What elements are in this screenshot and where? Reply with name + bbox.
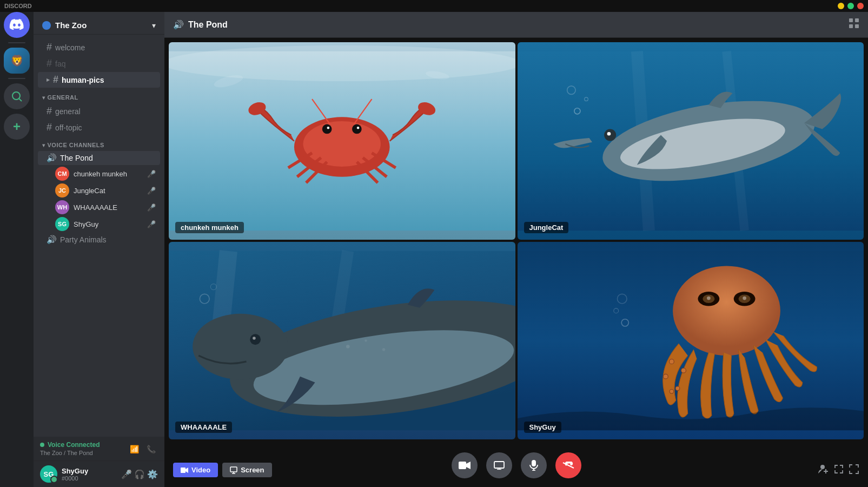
user-info: ShyGuy #0000 <box>62 467 117 482</box>
video-tile-chunkeh-munkeh: chunkeh munkeh <box>169 42 515 240</box>
voice-channel-party-animals[interactable]: 🔊 Party Animals <box>38 233 160 247</box>
video-button-label: Video <box>191 466 210 474</box>
main-header: 🔊 The Pond <box>164 12 868 38</box>
section-general[interactable]: ▾ GENERAL <box>34 92 164 103</box>
bottom-right-actions <box>818 464 859 477</box>
svg-rect-66 <box>494 462 504 468</box>
avatar-chunkeh-munkeh: CM <box>55 167 69 181</box>
screen-button-label: Screen <box>241 466 264 474</box>
settings-button[interactable]: ⚙️ <box>147 469 158 479</box>
sidebar-content: # welcome # faq ▸ # human-pics ▾ GENERAL… <box>34 35 164 437</box>
voice-channel-name-party: Party Animals <box>60 235 107 244</box>
section-label-general: GENERAL <box>48 94 78 101</box>
mute-icon-chunkeh-munkeh: 🎤 <box>147 170 156 178</box>
expand-view-button[interactable] <box>833 464 844 477</box>
participant-name-shyguy: ShyGuy <box>74 220 143 228</box>
svg-point-0 <box>12 92 20 100</box>
mic-toggle-button[interactable] <box>521 452 547 478</box>
hash-icon-human-pics-2: # <box>53 74 58 85</box>
svg-point-19 <box>352 124 362 134</box>
server-dot-icon <box>42 21 51 30</box>
channel-name-human-pics: human-pics <box>62 76 104 84</box>
channel-item-off-topic[interactable]: # off-topic <box>38 120 160 135</box>
headphone-button[interactable]: 🎧 <box>134 469 145 479</box>
minimize-button[interactable] <box>838 3 844 9</box>
svg-rect-65 <box>459 462 466 469</box>
maximize-button[interactable] <box>847 3 854 9</box>
mic-mute-button[interactable]: 🎤 <box>121 469 132 479</box>
avatar-whaaaaale: WH <box>55 200 69 214</box>
video-button[interactable]: Video <box>173 463 218 477</box>
add-server-icon[interactable]: + <box>4 114 30 140</box>
user-tag: #0000 <box>62 475 117 482</box>
main-content: 🔊 The Pond <box>164 0 868 487</box>
user-controls: 🎤 🎧 ⚙️ <box>121 469 158 479</box>
channel-name-off-topic: off-topic <box>55 123 82 132</box>
hash-icon-general: # <box>47 106 52 117</box>
close-button[interactable] <box>857 3 864 9</box>
section-voice[interactable]: ▾ VOICE CHANNELS <box>34 140 164 150</box>
user-name: ShyGuy <box>62 467 117 475</box>
mute-icon-junglecat: 🎤 <box>147 187 156 195</box>
svg-rect-62 <box>230 467 237 472</box>
svg-point-21 <box>357 127 359 129</box>
channel-name-general: general <box>55 107 81 116</box>
voice-connected-title: Voice Connected <box>40 441 100 449</box>
channel-item-general[interactable]: # general <box>38 103 160 119</box>
mute-icon-whaaaaale: 🎤 <box>147 203 156 212</box>
channel-item-human-pics[interactable]: ▸ # human-pics <box>38 72 160 88</box>
voice-icon-party: 🔊 <box>47 235 57 245</box>
server-separator <box>8 42 25 43</box>
participant-whaaaaale[interactable]: WH WHAAAAALE 🎤 <box>38 199 160 215</box>
svg-point-55 <box>670 390 674 394</box>
section-arrow-voice: ▾ <box>42 142 45 148</box>
participant-name-chunkeh-munkeh: chunkeh munkeh <box>74 170 143 178</box>
participant-chunkeh-munkeh[interactable]: CM chunkeh munkeh 🎤 <box>38 166 160 182</box>
svg-rect-5 <box>855 24 859 28</box>
participant-name-whaaaaale: WHAAAAALE <box>74 203 143 212</box>
svg-point-7 <box>169 45 515 81</box>
bottom-controls: Video Screen <box>164 444 868 487</box>
user-panel: SG ShyGuy #0000 🎤 🎧 ⚙️ <box>34 460 164 487</box>
svg-point-52 <box>743 297 746 300</box>
svg-rect-2 <box>849 18 853 22</box>
svg-point-53 <box>669 359 674 364</box>
channel-header-name: The Pond <box>188 20 228 30</box>
voice-actions: 📶 📞 <box>128 444 158 455</box>
server-header[interactable]: The Zoo ▾ <box>34 12 164 35</box>
camera-toggle-button[interactable] <box>452 452 478 478</box>
svg-rect-4 <box>849 24 853 28</box>
participant-junglecat[interactable]: JC JungleCat 🎤 <box>38 182 160 199</box>
svg-point-9 <box>303 121 381 167</box>
svg-point-54 <box>663 374 668 379</box>
phone-icon[interactable]: 📞 <box>144 444 158 455</box>
end-call-button[interactable] <box>555 452 581 478</box>
screen-share-center-button[interactable] <box>486 452 512 478</box>
channel-header-icon: 🔊 <box>173 19 184 30</box>
video-screen-buttons: Video Screen <box>173 463 272 477</box>
channel-item-faq[interactable]: # faq <box>38 56 160 71</box>
video-label-chunkeh-munkeh: chunkeh munkeh <box>175 222 244 233</box>
voice-icon-pond: 🔊 <box>47 153 57 163</box>
voice-channel-the-pond[interactable]: 🔊 The Pond <box>38 151 160 165</box>
user-avatar: SG <box>40 465 57 483</box>
channel-header: 🔊 The Pond <box>173 19 228 30</box>
server-dropdown-icon[interactable]: ▾ <box>152 21 156 30</box>
channel-item-welcome[interactable]: # welcome <box>38 40 160 55</box>
signal-icon[interactable]: 📶 <box>128 444 141 455</box>
screen-share-button[interactable]: Screen <box>222 463 271 477</box>
add-participant-button[interactable] <box>818 464 829 477</box>
discover-servers-icon[interactable] <box>4 83 30 109</box>
title-bar: DISCORD <box>0 0 868 12</box>
grid-layout-icon[interactable] <box>849 18 859 31</box>
server-icon-zoo[interactable]: 🦁 <box>4 48 30 74</box>
svg-line-1 <box>19 99 22 102</box>
participant-shyguy[interactable]: SG ShyGuy 🎤 <box>38 216 160 232</box>
sidebar: The Zoo ▾ # welcome # faq ▸ # human-pics… <box>34 0 164 487</box>
svg-point-56 <box>681 368 686 373</box>
section-arrow-general: ▾ <box>42 95 45 101</box>
discord-home-icon[interactable] <box>4 12 30 38</box>
fullscreen-button[interactable] <box>849 464 859 477</box>
voice-channel-name-pond: The Pond <box>60 154 93 162</box>
svg-point-39 <box>253 337 256 340</box>
